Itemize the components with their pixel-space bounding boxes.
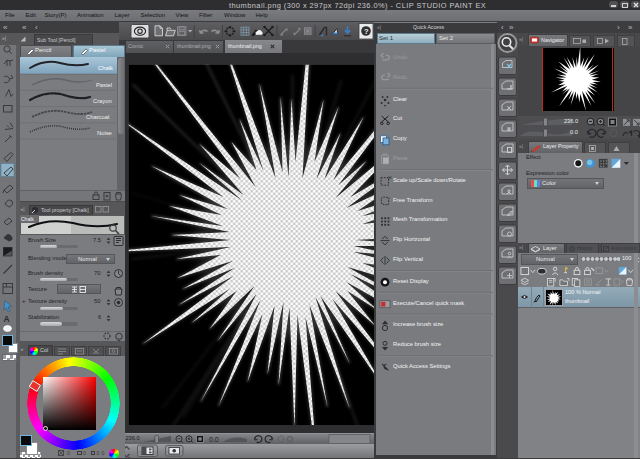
svg-text:?: ? (364, 26, 369, 35)
svg-text:A: A (4, 314, 10, 324)
svg-text:0.0: 0.0 (209, 436, 219, 443)
